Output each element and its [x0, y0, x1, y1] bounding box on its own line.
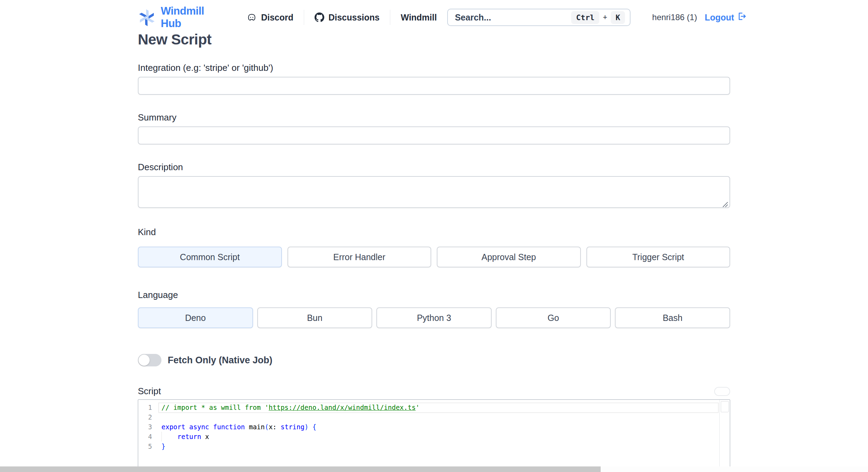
code-editor[interactable]: 1// import * as wmill from 'https://deno… — [138, 399, 730, 472]
kbd-ctrl: Ctrl — [571, 11, 599, 24]
description-textarea[interactable] — [138, 176, 730, 208]
nav-windmill-label: Windmill — [401, 13, 437, 23]
line-number: 2 — [138, 412, 152, 422]
kind-option-common-script[interactable]: Common Script — [138, 247, 282, 267]
horizontal-scrollbar-thumb[interactable] — [0, 466, 601, 472]
language-option-go[interactable]: Go — [496, 307, 611, 328]
language-option-python-3[interactable]: Python 3 — [376, 307, 492, 328]
line-number: 5 — [138, 441, 152, 451]
code-line-5[interactable]: 5} — [138, 441, 730, 451]
nav-discussions[interactable]: Discussions — [304, 13, 390, 23]
user-area: henri186 (1) Logout — [652, 11, 746, 23]
page-title: New Script — [138, 31, 730, 48]
horizontal-scrollbar[interactable] — [0, 466, 868, 472]
language-option-bun[interactable]: Bun — [257, 307, 373, 328]
code-lines: 1// import * as wmill from 'https://deno… — [138, 400, 730, 451]
summary-input[interactable] — [138, 126, 730, 144]
summary-label: Summary — [138, 112, 730, 123]
kind-options: Common ScriptError HandlerApproval StepT… — [138, 247, 730, 267]
script-label: Script — [138, 386, 161, 397]
header: Windmill Hub Discord — [138, 0, 730, 27]
nav-discord-label: Discord — [261, 13, 293, 23]
logout-icon — [737, 11, 746, 23]
nav-windmill[interactable]: Windmill — [390, 13, 447, 23]
kind-label: Kind — [138, 227, 730, 238]
code-text: } — [161, 441, 165, 451]
username: henri186 (1) — [652, 13, 697, 22]
language-option-deno[interactable]: Deno — [138, 307, 253, 328]
kbd-plus: + — [603, 13, 607, 22]
github-icon — [315, 13, 324, 22]
logout-button[interactable]: Logout — [705, 11, 747, 23]
editor-toggle-pill[interactable] — [714, 387, 730, 396]
fetch-only-toggle[interactable] — [138, 354, 161, 366]
language-option-bash[interactable]: Bash — [615, 307, 730, 328]
code-text: export async function main(x: string) { — [161, 422, 316, 432]
discord-icon — [247, 12, 257, 23]
fetch-only-row: Fetch Only (Native Job) — [138, 354, 730, 366]
search-input[interactable] — [455, 13, 571, 23]
editor-minimap[interactable] — [719, 400, 730, 472]
minimap-slider[interactable] — [721, 401, 729, 412]
description-label: Description — [138, 162, 730, 173]
toggle-knob-icon — [139, 355, 150, 366]
kind-option-trigger-script[interactable]: Trigger Script — [586, 247, 731, 267]
code-text: // import * as wmill from 'https://deno.… — [161, 403, 420, 412]
line-number: 3 — [138, 422, 152, 432]
search-box[interactable]: Ctrl + K — [447, 9, 631, 26]
kind-option-error-handler[interactable]: Error Handler — [287, 247, 432, 267]
code-text: return x — [161, 432, 209, 441]
language-options: DenoBunPython 3GoBash — [138, 307, 730, 328]
nav-discussions-label: Discussions — [328, 13, 379, 23]
line-number: 1 — [138, 403, 152, 412]
main-nav: Discord Discussions Windmill — [236, 10, 447, 25]
language-label: Language — [138, 290, 730, 300]
kbd-k: K — [611, 11, 625, 24]
code-line-3[interactable]: 3export async function main(x: string) { — [138, 422, 730, 432]
nav-discord[interactable]: Discord — [236, 12, 304, 23]
windmill-logo-icon — [138, 8, 156, 26]
code-line-4[interactable]: 4 return x — [138, 432, 730, 441]
logout-label: Logout — [705, 13, 734, 23]
code-line-2[interactable]: 2 — [138, 412, 730, 422]
fetch-only-label: Fetch Only (Native Job) — [168, 355, 273, 366]
kind-option-approval-step[interactable]: Approval Step — [437, 247, 581, 267]
windmill-hub-logo[interactable]: Windmill Hub — [138, 5, 204, 30]
line-number: 4 — [138, 432, 152, 441]
integration-label: Integration (e.g: 'stripe' or 'github') — [138, 63, 730, 73]
brand-name: Windmill Hub — [161, 5, 204, 30]
integration-input[interactable] — [138, 77, 730, 95]
code-line-1[interactable]: 1// import * as wmill from 'https://deno… — [138, 403, 730, 412]
